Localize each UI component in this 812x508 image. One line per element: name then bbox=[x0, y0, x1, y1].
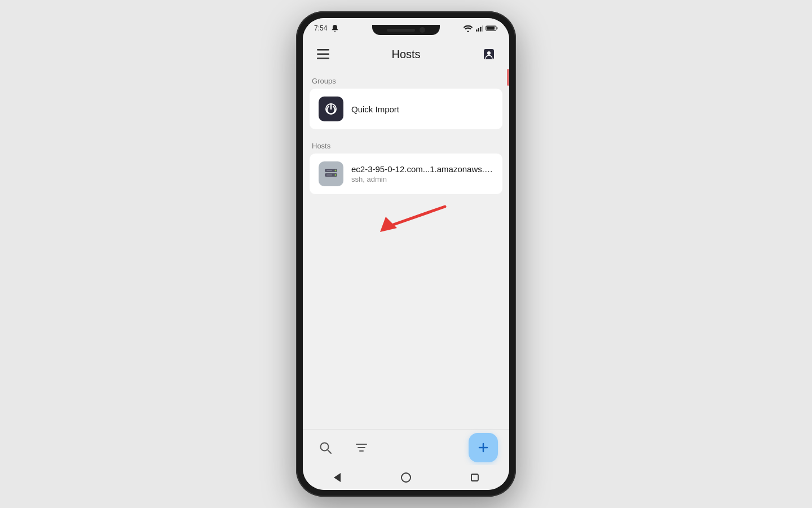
recents-icon bbox=[470, 473, 479, 482]
signal-icon bbox=[475, 24, 483, 32]
svg-point-11 bbox=[487, 51, 491, 55]
back-icon bbox=[333, 472, 342, 483]
server-icon bbox=[324, 168, 338, 180]
status-bar-left: 7:54 bbox=[314, 24, 339, 33]
phone-screen: 7:54 bbox=[303, 18, 509, 490]
host-item-subtitle: ssh, admin bbox=[351, 175, 493, 183]
filter-button[interactable] bbox=[350, 436, 373, 459]
svg-rect-18 bbox=[326, 170, 332, 171]
svg-rect-30 bbox=[471, 474, 478, 481]
arrow-annotation bbox=[355, 195, 467, 235]
back-button[interactable] bbox=[326, 466, 348, 489]
quick-import-title: Quick Import bbox=[351, 104, 493, 114]
quick-import-icon bbox=[319, 97, 343, 121]
groups-section-header: Groups bbox=[303, 70, 509, 89]
annotation-area bbox=[310, 195, 502, 240]
settings-icon bbox=[482, 47, 496, 61]
svg-rect-6 bbox=[487, 27, 495, 30]
host-item-wrapper: ec2-3-95-0-12.com...1.amazonaws.com ssh,… bbox=[303, 154, 509, 240]
app-bar: Hosts bbox=[303, 38, 509, 70]
settings-button[interactable] bbox=[478, 43, 500, 65]
svg-point-29 bbox=[401, 473, 411, 482]
wifi-icon bbox=[463, 24, 473, 32]
scroll-indicator bbox=[507, 70, 509, 86]
svg-point-17 bbox=[335, 174, 337, 176]
phone-frame: 7:54 bbox=[296, 11, 516, 497]
quick-import-text: Quick Import bbox=[351, 104, 493, 114]
add-icon bbox=[476, 441, 490, 454]
bottom-bar bbox=[303, 429, 509, 465]
svg-rect-9 bbox=[317, 58, 329, 59]
host-item[interactable]: ec2-3-95-0-12.com...1.amazonaws.com ssh,… bbox=[310, 154, 502, 194]
svg-rect-5 bbox=[497, 27, 498, 29]
recents-button[interactable] bbox=[464, 466, 486, 489]
quick-import-item[interactable]: Quick Import bbox=[310, 89, 502, 129]
speaker bbox=[387, 29, 415, 32]
svg-line-22 bbox=[328, 450, 331, 453]
status-time: 7:54 bbox=[314, 24, 327, 32]
host-item-text: ec2-3-95-0-12.com...1.amazonaws.com ssh,… bbox=[351, 164, 493, 183]
menu-icon bbox=[317, 49, 329, 59]
search-button[interactable] bbox=[314, 436, 337, 459]
svg-rect-19 bbox=[326, 174, 332, 176]
content-area: Groups Quick Import Hosts bbox=[303, 70, 509, 429]
svg-rect-2 bbox=[480, 27, 481, 32]
camera bbox=[420, 27, 425, 33]
filter-icon bbox=[355, 443, 368, 453]
phone-notch bbox=[372, 25, 440, 35]
status-bar-right bbox=[463, 24, 498, 32]
svg-point-16 bbox=[335, 170, 337, 172]
svg-marker-28 bbox=[334, 473, 341, 482]
hosts-section-header: Hosts bbox=[303, 135, 509, 154]
svg-rect-3 bbox=[482, 25, 483, 32]
page-title: Hosts bbox=[391, 48, 420, 61]
notification-icon bbox=[330, 24, 339, 33]
svg-rect-0 bbox=[476, 29, 477, 32]
svg-rect-8 bbox=[317, 54, 329, 55]
battery-icon bbox=[486, 25, 498, 32]
host-item-title: ec2-3-95-0-12.com...1.amazonaws.com bbox=[351, 164, 493, 174]
svg-rect-7 bbox=[317, 49, 329, 51]
home-button[interactable] bbox=[395, 466, 417, 489]
search-icon bbox=[319, 441, 332, 454]
add-button[interactable] bbox=[469, 433, 498, 462]
server-icon-container bbox=[319, 161, 343, 186]
nav-bar bbox=[303, 465, 509, 490]
home-icon bbox=[401, 472, 411, 483]
menu-button[interactable] bbox=[312, 43, 334, 65]
power-icon bbox=[324, 102, 338, 116]
svg-rect-1 bbox=[478, 28, 479, 32]
